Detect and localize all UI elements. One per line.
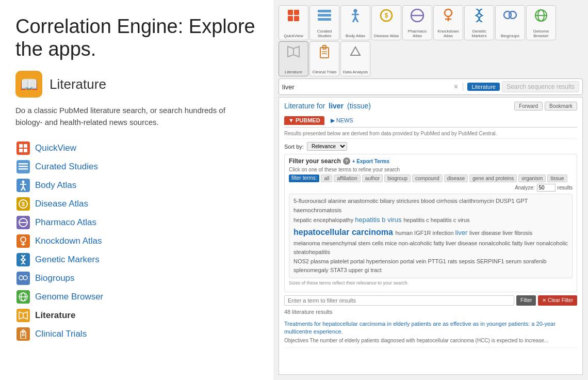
toolbar-btn-knockdown[interactable]: Knockdown Atlas: [433, 5, 463, 40]
nav-item-pharmaco[interactable]: Pharmaco Atlas: [15, 214, 258, 231]
term-igf1r[interactable]: IGF1R: [414, 230, 432, 236]
term-nash[interactable]: nonalcoholic fatty liver: [479, 240, 536, 246]
filter-tag-tissue[interactable]: tissue: [547, 175, 567, 182]
nav-item-curated[interactable]: Curated Studies: [15, 158, 258, 176]
analyze-input[interactable]: [537, 184, 556, 192]
filter-tag-author[interactable]: author: [362, 175, 383, 182]
term-portal-hyp[interactable]: portal hypertension: [350, 258, 400, 264]
term-cirrhosis[interactable]: cirrhosis: [436, 198, 459, 204]
term-mice[interactable]: mice: [385, 240, 398, 246]
filter-clear-btn[interactable]: ✕ Clear Filter: [538, 295, 577, 306]
term-liver-fibrosis[interactable]: liver fibrosis: [502, 230, 532, 236]
svg-rect-0: [19, 144, 23, 148]
content-title-prefix: Literature for: [284, 102, 325, 110]
nav-link-pharmaco[interactable]: Pharmaco Atlas: [35, 217, 96, 228]
nav-link-genetic[interactable]: Genetic Markers: [35, 255, 100, 265]
term-hcv[interactable]: hepatitis c virus: [431, 217, 470, 223]
term-hcv-sm[interactable]: hepatitis c: [403, 217, 431, 223]
term-melanoma[interactable]: melanoma: [293, 240, 321, 246]
search-clear-icon[interactable]: ✕: [453, 83, 459, 90]
tab-pubmed[interactable]: ▼ PUBMED: [284, 116, 324, 125]
term-clarithromycin[interactable]: clarithromycin: [459, 198, 496, 204]
tab-news[interactable]: ▶ NEWS: [326, 116, 357, 125]
nav-item-clinical[interactable]: Clinical Trials: [15, 325, 258, 343]
filter-apply-btn[interactable]: Filter: [516, 295, 536, 306]
nav-link-literature[interactable]: Literature: [35, 310, 75, 321]
bookmark-btn[interactable]: Bookmark: [545, 102, 577, 110]
nav-item-genome[interactable]: Genome Browser: [15, 288, 258, 306]
term-haemo[interactable]: haemochromatosis: [293, 207, 341, 213]
toolbar-btn-quickview[interactable]: QuickView: [279, 5, 308, 40]
filter-tag-biogroup[interactable]: biogroup: [384, 175, 411, 182]
export-terms-link[interactable]: + Export Terms: [352, 159, 389, 164]
nav-link-disease[interactable]: Disease Atlas: [35, 199, 88, 209]
nav-item-disease[interactable]: $ Disease Atlas: [15, 195, 258, 213]
nav-link-genome[interactable]: Genome Browser: [35, 292, 103, 302]
filter-tag-gene[interactable]: gene and proteins: [469, 175, 517, 182]
term-hbv[interactable]: hepatitis b virus: [355, 216, 403, 224]
toolbar-btn-curated[interactable]: Curated Studies: [309, 5, 339, 40]
term-infection[interactable]: infection: [433, 230, 455, 236]
quickview-icon: [17, 141, 30, 155]
nav-link-knockdown[interactable]: Knockdown Atlas: [35, 236, 102, 246]
term-sorafenib[interactable]: sorafenib: [523, 258, 546, 264]
term-fluorouracil[interactable]: 5-fluorouracil: [293, 198, 328, 204]
filter-tag-all[interactable]: all: [321, 175, 332, 182]
nav-item-body[interactable]: Body Atlas: [15, 177, 258, 194]
toolbar-curated-label: Curated Studies: [311, 29, 338, 39]
nav-item-literature[interactable]: Literature: [15, 307, 258, 324]
term-pttg1[interactable]: PTTG1: [428, 258, 448, 264]
nav-item-biogroups[interactable]: Biogroups: [15, 270, 258, 287]
filter-tag-disease[interactable]: disease: [444, 175, 468, 182]
term-gpt[interactable]: GPT: [516, 198, 528, 204]
term-nos2[interactable]: NOS2: [293, 258, 311, 264]
filter-tag-organism[interactable]: organism: [518, 175, 546, 182]
term-serpinf1[interactable]: SERPINF1: [477, 258, 506, 264]
search-input[interactable]: [282, 83, 451, 91]
term-liver-disease[interactable]: liver disease: [469, 230, 502, 236]
toolbar-btn-disease[interactable]: $ Disease Atlas: [371, 5, 401, 40]
toolbar-btn-pharmaco[interactable]: Pharmaco Atlas: [402, 5, 432, 40]
filter-text-input[interactable]: [284, 295, 514, 306]
term-rats[interactable]: rats: [448, 258, 459, 264]
forward-btn[interactable]: Forward: [514, 102, 543, 110]
nav-link-quickview[interactable]: QuickView: [35, 143, 76, 153]
nav-link-curated[interactable]: Curated Studies: [35, 162, 98, 172]
term-sepsis[interactable]: sepsis: [459, 258, 476, 264]
nav-link-body[interactable]: Body Atlas: [35, 180, 76, 191]
filter-tag-compound[interactable]: compound: [412, 175, 443, 182]
toolbar-btn-genetic[interactable]: Genetic Markers: [464, 5, 494, 40]
term-portal-vein[interactable]: portal vein: [400, 258, 428, 264]
nav-link-biogroups[interactable]: Biogroups: [35, 273, 75, 283]
term-hepatic-enc[interactable]: hepatic encephalopathy: [293, 217, 355, 223]
term-upper-gi[interactable]: upper gi tract: [349, 267, 382, 273]
term-splenomegaly[interactable]: splenomegaly: [293, 267, 330, 273]
term-mesenchymal[interactable]: mesenchymal stem cells: [321, 240, 385, 246]
filter-tag-active[interactable]: filter terms:: [289, 175, 319, 182]
term-stat3[interactable]: STAT3: [330, 267, 349, 273]
term-anastomotic[interactable]: anastomotic biliary strictures: [348, 198, 421, 204]
term-blood[interactable]: blood: [421, 198, 436, 204]
toolbar-btn-clinical[interactable]: Clinical Trials: [309, 41, 339, 76]
nav-item-quickview[interactable]: QuickView: [15, 139, 258, 157]
term-hcc[interactable]: hepatocellular carcinoma: [293, 228, 395, 236]
term-nafld[interactable]: non-alcoholic fatty liver disease: [399, 240, 479, 246]
term-human[interactable]: human: [395, 230, 414, 236]
toolbar-btn-genome[interactable]: Genome Browser: [526, 5, 556, 40]
term-alanine[interactable]: alanine: [328, 198, 348, 204]
term-dusp1[interactable]: DUSP1: [496, 198, 516, 204]
term-plasma[interactable]: plasma: [311, 258, 331, 264]
nav-item-genetic[interactable]: Genetic Markers: [15, 251, 258, 268]
term-platelet[interactable]: platelet: [331, 258, 351, 264]
toolbar-btn-biogroups[interactable]: Biogroups: [495, 5, 525, 40]
toolbar-btn-literature[interactable]: Literature: [279, 41, 308, 76]
toolbar-btn-body[interactable]: Body Atlas: [340, 5, 370, 40]
term-liver[interactable]: liver: [455, 229, 469, 236]
filter-tag-affiliation[interactable]: affiliation: [334, 175, 360, 182]
sort-select[interactable]: Relevance Date: [307, 142, 347, 151]
result-title-1[interactable]: Treatments for hepatocellular carcinoma …: [284, 321, 556, 335]
nav-item-knockdown[interactable]: Knockdown Atlas: [15, 232, 258, 250]
toolbar-btn-data-analysis[interactable]: Data Analysis: [340, 41, 370, 76]
nav-link-clinical[interactable]: Clinical Trials: [35, 329, 87, 339]
term-serum[interactable]: serum: [506, 258, 524, 264]
